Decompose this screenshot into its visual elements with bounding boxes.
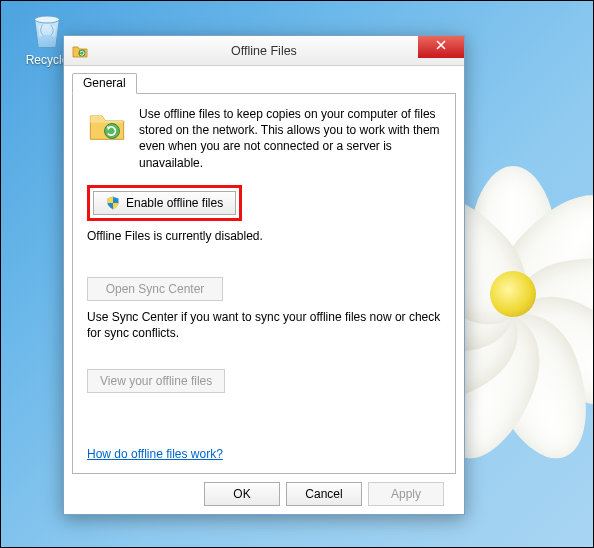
close-icon — [436, 40, 446, 50]
tab-general[interactable]: General — [72, 73, 137, 94]
offline-status-text: Offline Files is currently disabled. — [87, 229, 441, 243]
cancel-button[interactable]: Cancel — [286, 482, 362, 506]
titlebar[interactable]: Offline Files — [64, 36, 464, 66]
offline-files-icon — [72, 43, 88, 59]
intro-text: Use offline files to keep copies on your… — [139, 106, 441, 171]
view-offline-files-button: View your offline files — [87, 369, 225, 393]
uac-shield-icon — [106, 196, 120, 210]
offline-files-dialog: Offline Files General — [63, 35, 465, 515]
svg-point-0 — [35, 16, 60, 23]
tutorial-highlight: Enable offline files — [87, 185, 242, 221]
apply-button: Apply — [368, 482, 444, 506]
enable-button-label: Enable offline files — [126, 196, 223, 210]
tabstrip: General — [72, 72, 456, 93]
dialog-title: Offline Files — [64, 44, 464, 58]
svg-point-2 — [105, 124, 120, 139]
sync-description: Use Sync Center if you want to sync your… — [87, 309, 441, 341]
open-sync-label: Open Sync Center — [106, 282, 205, 296]
tab-panel-general: Use offline files to keep copies on your… — [72, 93, 456, 474]
close-button[interactable] — [418, 36, 464, 58]
view-offline-label: View your offline files — [100, 374, 212, 388]
ok-button[interactable]: OK — [204, 482, 280, 506]
offline-folder-icon — [87, 106, 127, 146]
help-link[interactable]: How do offline files work? — [87, 447, 223, 461]
open-sync-center-button: Open Sync Center — [87, 277, 223, 301]
recycle-bin-icon — [26, 9, 68, 51]
dialog-button-row: OK Cancel Apply — [64, 474, 464, 514]
enable-offline-files-button[interactable]: Enable offline files — [93, 191, 236, 215]
